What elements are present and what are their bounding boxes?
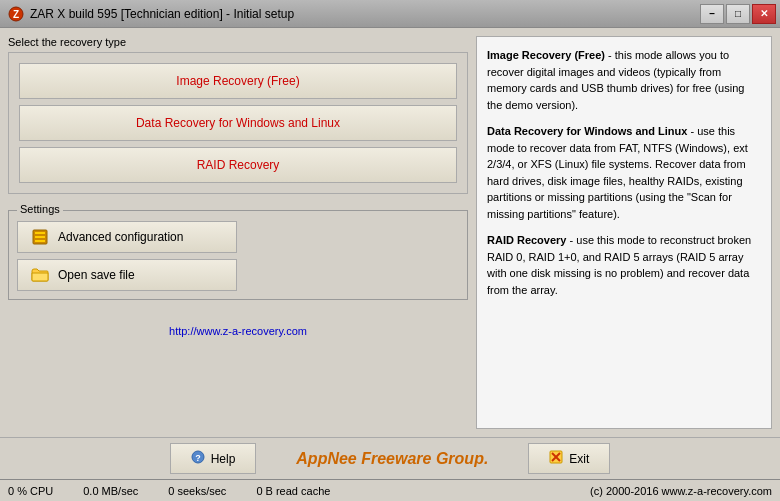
data-recovery-desc: - use this mode to recover data from FAT… (487, 125, 748, 220)
help-icon: ? (191, 450, 205, 467)
left-panel: Select the recovery type Image Recovery … (8, 36, 468, 429)
image-recovery-title: Image Recovery (Free) (487, 49, 605, 61)
info-paragraph-3: RAID Recovery - use this mode to reconst… (487, 232, 761, 298)
open-save-file-button[interactable]: Open save file (17, 259, 237, 291)
settings-group-box: Settings Advanced conf (8, 210, 468, 300)
cpu-status: 0 % CPU (8, 485, 53, 497)
recovery-buttons-group: Image Recovery (Free) Data Recovery for … (8, 52, 468, 194)
svg-text:Z: Z (13, 9, 19, 20)
title-bar-left: Z ZAR X build 595 [Technician edition] -… (8, 6, 294, 22)
svg-rect-5 (35, 240, 45, 242)
image-recovery-button[interactable]: Image Recovery (Free) (19, 63, 457, 99)
settings-section: Settings Advanced conf (8, 202, 468, 300)
app-icon: Z (8, 6, 24, 22)
title-bar: Z ZAR X build 595 [Technician edition] -… (0, 0, 780, 28)
maximize-button[interactable]: □ (726, 4, 750, 24)
info-paragraph-1: Image Recovery (Free) - this mode allows… (487, 47, 761, 113)
status-bar: 0 % CPU 0.0 MB/sec 0 seeks/sec 0 B read … (0, 479, 780, 501)
raid-recovery-title: RAID Recovery (487, 234, 566, 246)
appnee-branding: AppNee Freeware Group. (296, 450, 488, 468)
exit-button[interactable]: Exit (528, 443, 610, 474)
settings-label: Settings (17, 203, 63, 215)
svg-rect-4 (35, 236, 45, 238)
copyright-status: (c) 2000-2016 www.z-a-recovery.com (590, 485, 772, 497)
svg-rect-3 (35, 232, 45, 234)
help-button[interactable]: ? Help (170, 443, 257, 474)
window-controls: – □ ✕ (700, 4, 776, 24)
window-title: ZAR X build 595 [Technician edition] - I… (30, 7, 294, 21)
status-left: 0 % CPU 0.0 MB/sec 0 seeks/sec 0 B read … (8, 485, 330, 497)
bottom-bar: ? Help AppNee Freeware Group. Exit (0, 437, 780, 479)
settings-buttons-group: Advanced configuration Open save file (17, 221, 459, 291)
right-panel: Image Recovery (Free) - this mode allows… (476, 36, 772, 429)
folder-icon (30, 267, 50, 283)
svg-text:?: ? (195, 453, 201, 463)
close-button[interactable]: ✕ (752, 4, 776, 24)
data-recovery-title: Data Recovery for Windows and Linux (487, 125, 687, 137)
main-window: Select the recovery type Image Recovery … (0, 28, 780, 501)
advanced-config-button[interactable]: Advanced configuration (17, 221, 237, 253)
recovery-type-label: Select the recovery type (8, 36, 468, 48)
link-area: http://www.z-a-recovery.com (8, 324, 468, 338)
recovery-type-section: Select the recovery type Image Recovery … (8, 36, 468, 194)
mbsec-status: 0.0 MB/sec (83, 485, 138, 497)
minimize-button[interactable]: – (700, 4, 724, 24)
content-area: Select the recovery type Image Recovery … (0, 28, 780, 437)
exit-icon (549, 450, 563, 467)
website-link[interactable]: http://www.z-a-recovery.com (169, 325, 307, 337)
data-recovery-button[interactable]: Data Recovery for Windows and Linux (19, 105, 457, 141)
raid-recovery-button[interactable]: RAID Recovery (19, 147, 457, 183)
cache-status: 0 B read cache (256, 485, 330, 497)
info-paragraph-2: Data Recovery for Windows and Linux - us… (487, 123, 761, 222)
gear-icon (30, 229, 50, 245)
seeks-status: 0 seeks/sec (168, 485, 226, 497)
